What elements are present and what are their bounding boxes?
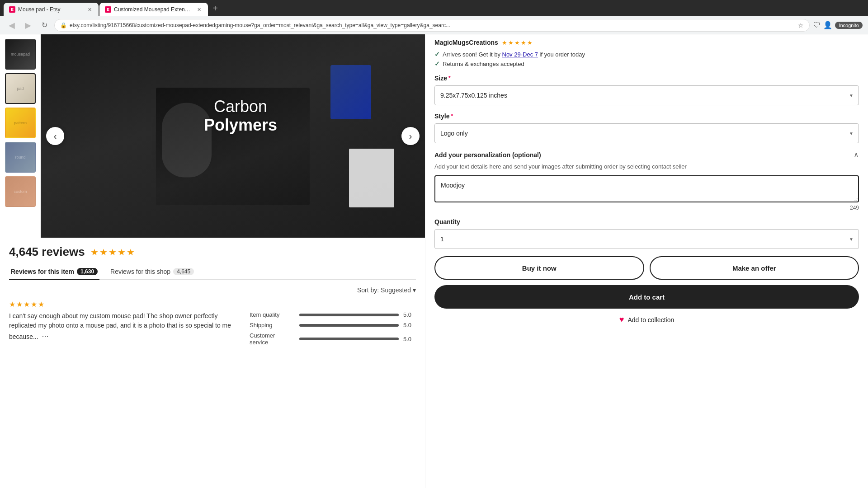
brand-text: Carbon Polymers [204,97,277,135]
forward-button[interactable]: ▶ [22,19,34,32]
add-collection-label: Add to collection [627,316,674,324]
arrives-date: Nov 29-Dec 7 [502,51,538,58]
review-item: ★ ★ ★ ★ ★ I can't say enough about my cu… [9,300,416,346]
ratings-grid: Item quality 5.0 Shipping 5.0 [250,311,416,346]
next-arrow[interactable]: › [401,127,420,145]
rating-shipping: Shipping 5.0 [250,322,416,328]
style-section: Style * Logo only Logo + Text Full custo… [434,113,859,143]
rating-quality-value: 5.0 [403,311,416,318]
sort-label: Sort by: Suggested [357,286,411,294]
seller-name[interactable]: MagicMugsCreations [434,39,498,46]
tab1-close[interactable]: ✕ [86,6,93,13]
tab-shop-badge: 4,645 [173,268,194,275]
shield-icon: 🛡 [813,21,821,29]
rating-quality-bar-fill [299,314,399,316]
rating-item-quality: Item quality 5.0 [250,311,416,318]
tab-this-item[interactable]: Reviews for this item 1,630 [9,264,99,280]
paper-bg [349,149,394,207]
chevron-up-icon: ∧ [854,150,859,159]
bookmark-icon[interactable]: ☆ [798,22,804,29]
thumbnail-4[interactable]: round [5,142,36,173]
reviews-section: 4,645 reviews ★ ★ ★ ★ ★ Reviews for this… [0,238,425,488]
add-to-cart-button[interactable]: Add to cart [434,285,859,309]
review-star-3: ★ [108,247,117,258]
rating-cs-bar-bg [299,338,399,340]
size-dropdown[interactable]: 9.25x7.75x0.125 inches 10x8x0.125 inches… [434,85,859,105]
rating-quality-bar-bg [299,314,399,316]
personalization-header[interactable]: Add your personalization (optional) ∧ [434,150,859,159]
review-tabs: Reviews for this item 1,630 Reviews for … [9,264,416,280]
personalization-input[interactable]: Moodjoy [434,175,859,202]
rating-cs-value: 5.0 [403,336,416,343]
quantity-dropdown[interactable]: 1 2 3 4 5 [434,229,859,249]
address-text: etsy.com/listing/916715668/customized-mo… [70,22,795,28]
personalization-section: Add your personalization (optional) ∧ Ad… [434,150,859,211]
profile-icon[interactable]: 👤 [823,21,832,29]
personalization-title: Add your personalization (optional) [434,151,541,159]
buy-now-button[interactable]: Buy it now [434,256,644,280]
tab2-close[interactable]: ✕ [195,6,203,13]
card-bg [330,65,371,119]
seller-info: MagicMugsCreations ★ ★ ★ ★ ★ [434,39,859,46]
add-collection-row[interactable]: ♥ Add to collection [434,315,859,324]
rating-shipping-bar-bg [299,324,399,327]
returns-text: Returns & exchanges accepted [443,61,524,67]
tab-this-shop[interactable]: Reviews for this shop 4,645 [108,264,196,280]
delivery-info: ✓ Arrives soon! Get it by Nov 29-Dec 7 i… [434,51,859,67]
main-layout: mousepad pad pattern round custom [0,34,868,488]
tab1-label: Mouse pad - Etsy [18,6,83,13]
style-dropdown-wrapper: Logo only Logo + Text Full custom ▼ [434,123,859,143]
address-bar[interactable]: 🔒 etsy.com/listing/916715668/customized-… [54,19,810,32]
review-star-1: ★ [90,247,99,258]
rv-star-3: ★ [24,300,30,309]
review-star-2: ★ [99,247,108,258]
quantity-label: Quantity [434,218,859,225]
rv-star-4: ★ [31,300,37,309]
tab2-label: Customized Mousepad Extende... [114,6,193,13]
sort-button[interactable]: Sort by: Suggested ▾ [357,286,416,294]
new-tab-button[interactable]: + [209,2,222,14]
tab1-favicon: E [9,6,15,13]
reload-button[interactable]: ↻ [38,19,51,32]
check-icon-2: ✓ [434,60,440,67]
review-star-4: ★ [118,247,126,258]
action-buttons-row: Buy it now Make an offer [434,256,859,280]
seller-star-5: ★ [527,39,533,46]
rating-shipping-label: Shipping [250,322,295,328]
thumbnail-3[interactable]: pattern [5,108,36,138]
prev-arrow[interactable]: ‹ [46,127,64,145]
reviews-count-row: 4,645 reviews ★ ★ ★ ★ ★ [9,245,416,259]
product-top: mousepad pad pattern round custom [0,34,425,238]
arrives-row: ✓ Arrives soon! Get it by Nov 29-Dec 7 i… [434,51,859,58]
rv-star-5: ★ [38,300,44,309]
thumbnail-2[interactable]: pad [5,73,36,104]
style-dropdown[interactable]: Logo only Logo + Text Full custom [434,123,859,143]
rating-cs-bar-fill [299,338,399,340]
char-count: 249 [434,205,859,211]
reviews-count: 4,645 reviews [9,245,85,259]
make-offer-button[interactable]: Make an offer [650,256,859,280]
thumbnail-1[interactable]: mousepad [5,39,36,70]
incognito-badge: Incognito [835,22,863,29]
thumbnail-5[interactable]: custom [5,176,36,207]
seller-stars: ★ ★ ★ ★ ★ [502,39,533,46]
style-required: * [451,113,453,119]
sort-row: Sort by: Suggested ▾ [9,286,416,294]
heart-icon: ♥ [619,315,624,324]
review-more-btn[interactable]: ··· [42,332,49,341]
rv-star-1: ★ [9,300,15,309]
size-label-row: Size * [434,75,859,82]
tab-1[interactable]: E Mouse pad - Etsy ✕ [4,3,99,16]
sort-arrow-icon: ▾ [413,286,416,294]
lock-icon: 🔒 [60,22,67,28]
brand-line2: Polymers [204,116,277,134]
rating-cs-label: Customer service [250,332,295,346]
tab-2[interactable]: E Customized Mousepad Extende... ✕ [99,3,208,16]
seller-star-3: ★ [514,39,520,46]
left-column: mousepad pad pattern round custom [0,34,425,488]
right-column: MagicMugsCreations ★ ★ ★ ★ ★ ✓ Arrives s… [425,34,868,488]
seller-star-1: ★ [502,39,507,46]
main-image-container: Carbon Polymers ‹ › [41,34,425,238]
back-button[interactable]: ◀ [5,19,18,32]
review-stars-row: ★ ★ ★ ★ ★ [9,300,416,309]
